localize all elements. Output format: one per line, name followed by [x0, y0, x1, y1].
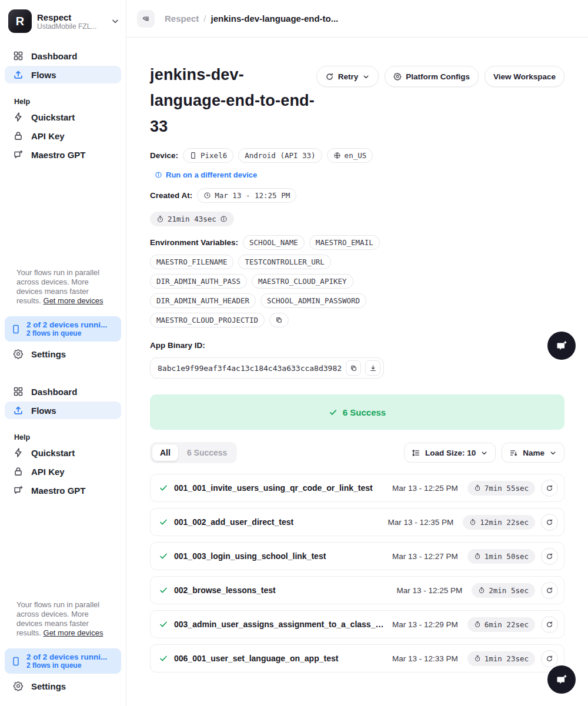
device-status-text: 2 of 2 devices runni... 2 flows in queue: [26, 653, 107, 670]
sidebar-item-flows[interactable]: Flows: [5, 66, 121, 83]
flow-row[interactable]: 003_admin_user_assigns_assignment_to_a_c…: [150, 610, 564, 638]
flows-upload-icon: [13, 405, 24, 416]
collapse-sidebar-button[interactable]: [137, 10, 155, 28]
check-icon: [159, 551, 168, 561]
info-icon[interactable]: [220, 215, 228, 223]
title-row: jenkins-dev-language-end-to-end-33 Retry: [150, 62, 564, 139]
flow-row[interactable]: 001_001_invite_users_using_qr_code_or_li…: [150, 474, 564, 502]
retry-flow-button[interactable]: [541, 548, 558, 565]
chat-sparkle-icon: [554, 672, 569, 687]
flow-row[interactable]: 002_browse_lessons_test Mar 13 - 12:25 P…: [150, 576, 564, 604]
header-actions: Retry Platform Configs View Workspace: [316, 62, 564, 87]
flow-row[interactable]: 006_001_user_set_language_on_app_test Ma…: [150, 644, 564, 672]
phone-icon: [11, 324, 21, 334]
get-more-devices-link[interactable]: Get more devices: [44, 628, 103, 637]
sidebar-item-label: Dashboard: [31, 51, 77, 61]
check-icon: [329, 408, 338, 417]
env-var-pill: MAESTRO_CLOUD_PROJECTID: [150, 313, 265, 327]
sidebar-item-label: Maestro GPT: [31, 486, 86, 496]
platform-configs-button[interactable]: Platform Configs: [385, 66, 479, 87]
retry-flow-button[interactable]: [541, 582, 558, 599]
flow-name: 001_003_login_using_school_link_test: [174, 551, 386, 561]
sidebar-item-settings[interactable]: Settings: [5, 345, 121, 363]
flow-row[interactable]: 001_002_add_user_direct_test Mar 13 - 12…: [150, 508, 564, 536]
gear-icon: [393, 72, 402, 81]
dashboard-icon: [13, 51, 24, 61]
run-different-device-label: Run on a different device: [166, 170, 257, 179]
tab-success[interactable]: 6 Success: [179, 444, 235, 461]
chat-sparkle-icon: [554, 339, 569, 353]
sidebar-item-quickstart[interactable]: Quickstart: [5, 108, 121, 126]
sidebar-item-label: Settings: [31, 349, 66, 359]
retry-button[interactable]: Retry: [316, 66, 379, 87]
sidebar-item-dashboard[interactable]: Dashboard: [5, 383, 121, 400]
device-status-title: 2 of 2 devices runni...: [26, 320, 107, 329]
sidebar-item-maestro-gpt[interactable]: Maestro GPT: [5, 146, 121, 163]
copy-icon: [350, 364, 358, 372]
sidebar-item-label: Quickstart: [31, 112, 75, 122]
status-filter-tabs: All 6 Success: [150, 442, 237, 463]
chevron-down-icon: [111, 16, 120, 26]
device-os-pill: Android (API 33): [238, 148, 322, 163]
sidebar-item-dashboard[interactable]: Dashboard: [5, 47, 121, 65]
sidebar-item-maestro-gpt[interactable]: Maestro GPT: [5, 481, 121, 499]
flow-duration: 7min 55sec: [485, 484, 529, 493]
device-status-card[interactable]: 2 of 2 devices runni... 2 flows in queue: [5, 316, 121, 342]
env-var-pill: SCHOOL_NAME: [243, 235, 305, 250]
sidebar-item-label: API Key: [31, 131, 65, 141]
refresh-icon: [546, 518, 553, 526]
get-more-devices-link[interactable]: Get more devices: [44, 296, 103, 305]
help-section-label: Help: [14, 433, 126, 441]
workspace-switcher[interactable]: R Respect UstadMobile FZL...: [0, 0, 126, 36]
workspace-name: Respect: [37, 12, 105, 22]
device-locale-pill: en_US: [327, 148, 373, 163]
flow-duration: 1min 23sec: [485, 654, 529, 663]
chat-plus-icon: [13, 485, 24, 496]
chevron-down-icon: [549, 449, 557, 457]
sidebar-nav-2: Dashboard Flows: [0, 383, 126, 419]
sidebar-spacer: [0, 364, 126, 382]
stopwatch-icon: [469, 518, 476, 526]
run-different-device-link[interactable]: Run on a different device: [155, 170, 382, 179]
copy-binary-id-button[interactable]: [346, 360, 361, 376]
app-shell: R Respect UstadMobile FZL... Dashboard F…: [0, 0, 588, 706]
collapse-sidebar-icon: [141, 14, 151, 24]
flow-list: 001_001_invite_users_using_qr_code_or_li…: [150, 474, 564, 672]
sidebar-item-label: Dashboard: [31, 387, 77, 397]
check-icon: [159, 654, 168, 663]
env-vars-label: Environment Variables:: [150, 238, 238, 247]
stopwatch-icon: [474, 484, 481, 491]
sidebar-item-api-key[interactable]: API Key: [5, 127, 121, 145]
sidebar-item-flows[interactable]: Flows: [5, 401, 121, 419]
env-var-pill: DIR_ADMIN_AUTH_HEADER: [150, 293, 256, 308]
flow-row[interactable]: 001_003_login_using_school_link_test Mar…: [150, 542, 564, 570]
device-status-card[interactable]: 2 of 2 devices runni... 2 flows in queue: [5, 648, 121, 674]
breadcrumb-workspace[interactable]: Respect: [165, 14, 199, 24]
stopwatch-icon: [474, 553, 481, 560]
retry-flow-button[interactable]: [541, 616, 558, 633]
refresh-icon: [546, 621, 553, 628]
ai-assistant-button[interactable]: [547, 665, 576, 694]
chat-plus-icon: [13, 149, 24, 160]
check-icon: [159, 517, 168, 527]
device-model: Pixel6: [201, 151, 227, 160]
phone-icon: [11, 656, 21, 667]
copy-env-vars-button[interactable]: [269, 313, 289, 327]
load-size-button[interactable]: Load Size: 10: [404, 443, 496, 463]
sidebar-item-label: Flows: [31, 406, 56, 416]
created-at-row: Created At: Mar 13 - 12:25 PM: [150, 188, 382, 203]
view-workspace-button[interactable]: View Workspace: [485, 66, 564, 87]
sidebar-item-quickstart[interactable]: Quickstart: [5, 444, 121, 461]
ai-assistant-button[interactable]: [547, 332, 576, 360]
flow-duration-pill: 12min 22sec: [463, 515, 535, 530]
sidebar-item-api-key[interactable]: API Key: [5, 463, 121, 480]
retry-flow-button[interactable]: [541, 480, 558, 497]
retry-flow-button[interactable]: [541, 650, 558, 667]
lock-icon: [13, 131, 24, 141]
retry-flow-button[interactable]: [541, 514, 558, 531]
tab-all[interactable]: All: [152, 444, 178, 461]
lightning-icon: [13, 112, 24, 122]
sort-button[interactable]: Name: [502, 443, 564, 463]
download-binary-button[interactable]: [365, 360, 380, 376]
sidebar-item-settings[interactable]: Settings: [5, 677, 121, 695]
